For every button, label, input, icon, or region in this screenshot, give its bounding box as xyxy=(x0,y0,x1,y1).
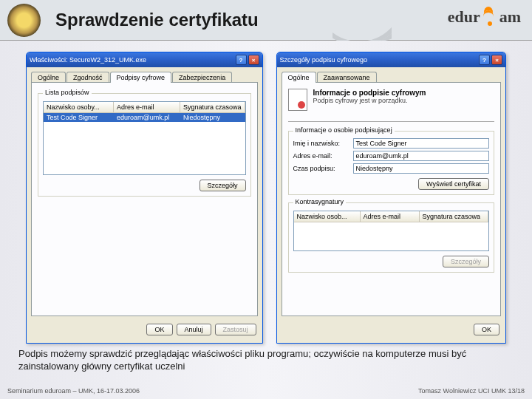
signature-list-group: Lista podpisów Nazwisko osoby... Adres e… xyxy=(38,93,251,197)
email-value: eduroam@umk.pl xyxy=(353,151,489,161)
view-certificate-button[interactable]: Wyświetl certyfikat xyxy=(418,178,489,190)
countersign-listview[interactable]: Nazwisko osob... Adres e-mail Sygnatura … xyxy=(293,211,489,251)
wifi-icon xyxy=(479,9,501,27)
time-label: Czas podpisu: xyxy=(293,165,349,172)
info-title: Informacje o podpisie cyfrowym xyxy=(313,89,494,97)
close-button[interactable]: × xyxy=(491,55,502,65)
signature-listview[interactable]: Nazwisko osoby... Adres e-mail Sygnatura… xyxy=(43,101,246,175)
tab-strip: Ogólne Zgodność Podpisy cyfrowe Zabezpie… xyxy=(31,72,258,83)
decorative-arcs xyxy=(332,0,392,41)
slide-title: Sprawdzenie certyfikatu xyxy=(55,10,259,30)
info-subtitle: Podpis cyfrowy jest w porządku. xyxy=(313,97,494,104)
email-label: Adres e-mail: xyxy=(293,152,349,160)
footer-left: Seminarium eduroam – UMK, 16-17.03.2006 xyxy=(7,387,140,395)
tab-security[interactable]: Zabezpieczenia xyxy=(172,72,232,83)
time-value: Niedostępny xyxy=(353,163,489,174)
group-label: Informacje o osobie podpisującej xyxy=(293,126,395,134)
footer-right: Tomasz Wolniewicz UCI UMK 13/18 xyxy=(418,387,525,395)
column-header[interactable]: Sygnatura czasowa xyxy=(420,211,488,222)
signature-details-dialog: Szczegóły podpisu cyfrowego ? × Ogólne Z… xyxy=(276,52,506,344)
list-row[interactable]: Test Code Signer eduroam@umk.pl Niedostę… xyxy=(44,113,245,122)
titlebar: Właściwości: SecureW2_312_UMK.exe ? × xyxy=(27,52,262,67)
group-label: Lista podpisów xyxy=(43,89,92,96)
details-button[interactable]: Szczegóły xyxy=(200,180,246,191)
name-value: Test Code Signer xyxy=(353,138,489,149)
column-header[interactable]: Nazwisko osob... xyxy=(294,211,361,222)
column-header[interactable]: Nazwisko osoby... xyxy=(44,102,114,112)
cancel-button[interactable]: Anuluj xyxy=(177,324,211,335)
file-properties-dialog: Właściwości: SecureW2_312_UMK.exe ? × Og… xyxy=(26,52,263,344)
tab-compat[interactable]: Zgodność xyxy=(66,72,109,83)
titlebar: Szczegóły podpisu cyfrowego ? × xyxy=(277,52,505,67)
apply-button[interactable]: Zastosuj xyxy=(215,324,256,335)
signature-info-header: Informacje o podpisie cyfrowym Podpis cy… xyxy=(288,89,494,111)
slide-description: Podpis możemy sprawdzić przeglądając wła… xyxy=(18,347,514,373)
column-header[interactable]: Adres e-mail xyxy=(361,211,420,222)
countersignatures-group: Kontrasygnatury Nazwisko osob... Adres e… xyxy=(288,202,494,273)
window-title: Szczegóły podpisu cyfrowego xyxy=(280,56,479,64)
group-label: Kontrasygnatury xyxy=(293,198,347,205)
column-header[interactable]: Adres e-mail xyxy=(114,102,180,112)
name-label: Imię i nazwisko: xyxy=(293,140,349,147)
tab-general[interactable]: Ogólne xyxy=(282,72,316,83)
column-header[interactable]: Sygnatura czasowa xyxy=(180,102,245,112)
counter-details-button[interactable]: Szczegóły xyxy=(443,256,489,267)
university-logo-icon xyxy=(7,4,41,37)
certificate-icon xyxy=(288,89,307,111)
tab-advanced[interactable]: Zaawansowane xyxy=(317,72,377,83)
ok-button[interactable]: OK xyxy=(474,324,499,335)
tab-signatures[interactable]: Podpisy cyfrowe xyxy=(110,72,172,83)
slide-header: Sprawdzenie certyfikatu eduram xyxy=(0,0,532,41)
help-button[interactable]: ? xyxy=(479,55,490,65)
window-title: Właściwości: SecureW2_312_UMK.exe xyxy=(30,56,236,64)
tab-general[interactable]: Ogólne xyxy=(31,72,66,83)
slide-footer: Seminarium eduroam – UMK, 16-17.03.2006 … xyxy=(7,387,525,395)
ok-button[interactable]: OK xyxy=(146,324,172,335)
signer-info-group: Informacje o osobie podpisującej Imię i … xyxy=(288,131,494,195)
eduroam-logo: eduram xyxy=(448,7,521,27)
help-button[interactable]: ? xyxy=(236,55,247,65)
close-button[interactable]: × xyxy=(248,55,259,65)
